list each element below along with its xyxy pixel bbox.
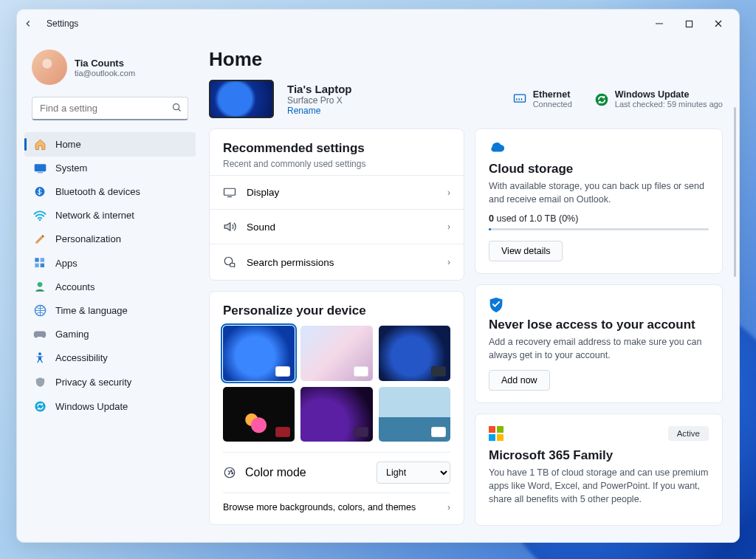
chevron-right-icon: › <box>447 502 450 512</box>
nav-accessibility[interactable]: Accessibility <box>24 346 196 370</box>
svg-rect-12 <box>35 264 38 267</box>
system-icon <box>33 163 47 174</box>
color-mode-label: Color mode <box>245 466 306 479</box>
nav-label: Bluetooth & devices <box>55 186 140 197</box>
theme-option-2[interactable] <box>300 326 372 381</box>
nav-accounts[interactable]: Accounts <box>24 275 196 298</box>
svg-rect-13 <box>41 264 44 267</box>
search-input[interactable] <box>32 97 188 120</box>
cloud-title: Cloud storage <box>489 162 709 176</box>
setting-display[interactable]: Display › <box>210 175 464 209</box>
theme-option-3[interactable] <box>379 326 450 381</box>
theme-option-6[interactable] <box>379 387 450 442</box>
svg-rect-6 <box>34 164 46 171</box>
rename-link[interactable]: Rename <box>287 106 351 116</box>
close-button[interactable] <box>704 10 733 38</box>
device-row: Tia's Laptop Surface Pro X Rename Ethern… <box>209 80 723 118</box>
chevron-right-icon: › <box>447 222 450 232</box>
gaming-icon <box>33 329 47 340</box>
nav-label: Accounts <box>55 281 94 292</box>
privacy-icon <box>33 376 47 388</box>
scrollbar[interactable] <box>734 107 736 277</box>
view-details-button[interactable]: View details <box>489 241 563 261</box>
bluetooth-icon <box>33 185 47 198</box>
network-label: Ethernet <box>533 89 572 100</box>
nav-label: Home <box>55 139 81 150</box>
svg-rect-24 <box>230 264 235 267</box>
m365-desc: You have 1 TB of cloud storage and can u… <box>489 466 709 506</box>
update-icon <box>33 400 47 413</box>
nav-label: Privacy & security <box>55 377 131 388</box>
main-panel: Home Tia's Laptop Surface Pro X Rename E… <box>202 38 739 542</box>
nav-gaming[interactable]: Gaming <box>24 323 196 346</box>
ethernet-icon <box>512 92 526 106</box>
theme-grid <box>223 326 450 442</box>
nav-windows-update[interactable]: Windows Update <box>24 394 196 419</box>
device-thumbnail <box>209 80 274 118</box>
nav-time-language[interactable]: Time & language <box>24 298 196 323</box>
minimize-button[interactable] <box>645 10 674 38</box>
microsoft-logo-icon <box>489 426 504 441</box>
m365-title: Microsoft 365 Family <box>489 448 709 463</box>
svg-point-27 <box>232 473 233 474</box>
svg-point-26 <box>230 470 232 472</box>
home-icon <box>33 138 47 151</box>
cloud-usage: 0 used of 1.0 TB (0%) <box>489 213 709 224</box>
nav-list: Home System Bluetooth & devices Network … <box>24 132 196 419</box>
nav-system[interactable]: System <box>24 157 196 179</box>
maximize-button[interactable] <box>674 10 704 38</box>
update-status[interactable]: Windows Update Last checked: 59 minutes … <box>594 89 723 109</box>
profile[interactable]: Tia Counts tia@outlook.com <box>24 45 196 95</box>
color-mode-icon <box>223 466 236 479</box>
svg-rect-11 <box>41 258 44 261</box>
device-name: Tia's Laptop <box>287 83 351 95</box>
titlebar: Settings <box>17 10 739 38</box>
time-language-icon <box>33 304 47 317</box>
svg-rect-10 <box>35 258 38 261</box>
add-now-button[interactable]: Add now <box>489 370 550 391</box>
display-icon <box>223 187 236 198</box>
nav-bluetooth[interactable]: Bluetooth & devices <box>24 179 196 204</box>
accounts-icon <box>33 281 47 292</box>
search-permissions-icon <box>223 256 236 269</box>
theme-option-4[interactable] <box>223 387 295 442</box>
svg-point-16 <box>38 352 41 355</box>
setting-label: Search permissions <box>247 257 334 268</box>
setting-sound[interactable]: Sound › <box>210 209 464 244</box>
setting-label: Display <box>247 187 279 198</box>
recovery-card: Never lose access to your account Add a … <box>475 284 723 402</box>
recommended-card: Recommended settings Recent and commonly… <box>209 128 464 281</box>
setting-search-permissions[interactable]: Search permissions › <box>210 244 464 280</box>
theme-option-5[interactable] <box>300 387 372 442</box>
nav-privacy[interactable]: Privacy & security <box>24 370 196 394</box>
cloud-icon <box>489 141 504 156</box>
setting-label: Sound <box>247 222 275 233</box>
nav-personalization[interactable]: Personalization <box>24 227 196 251</box>
nav-label: Time & language <box>55 305 128 316</box>
nav-network[interactable]: Network & internet <box>24 204 196 227</box>
status-badge: Active <box>668 426 709 441</box>
wifi-icon <box>33 210 47 221</box>
network-status[interactable]: Ethernet Connected <box>512 89 572 109</box>
nav-label: Gaming <box>55 329 89 340</box>
browse-more-row[interactable]: Browse more backgrounds, colors, and the… <box>223 493 450 512</box>
theme-option-1[interactable] <box>223 326 295 381</box>
search-box <box>32 97 188 120</box>
nav-label: System <box>55 162 87 174</box>
sidebar: Tia Counts tia@outlook.com Home System <box>17 38 202 542</box>
nav-apps[interactable]: Apps <box>24 251 196 275</box>
svg-point-14 <box>38 282 43 287</box>
cloud-storage-card: Cloud storage With available storage, yo… <box>475 128 723 274</box>
update-label: Windows Update <box>615 89 723 100</box>
color-mode-select[interactable]: Light <box>377 462 450 484</box>
nav-label: Personalization <box>55 233 121 244</box>
svg-point-17 <box>35 401 45 411</box>
profile-email: tia@outlook.com <box>75 69 135 78</box>
apps-icon <box>33 257 47 269</box>
recovery-title: Never lose access to your account <box>489 318 709 332</box>
nav-home[interactable]: Home <box>24 132 196 157</box>
sound-icon <box>223 221 236 233</box>
update-value: Last checked: 59 minutes ago <box>615 100 723 109</box>
back-button[interactable] <box>23 18 42 29</box>
svg-point-19 <box>596 94 608 106</box>
